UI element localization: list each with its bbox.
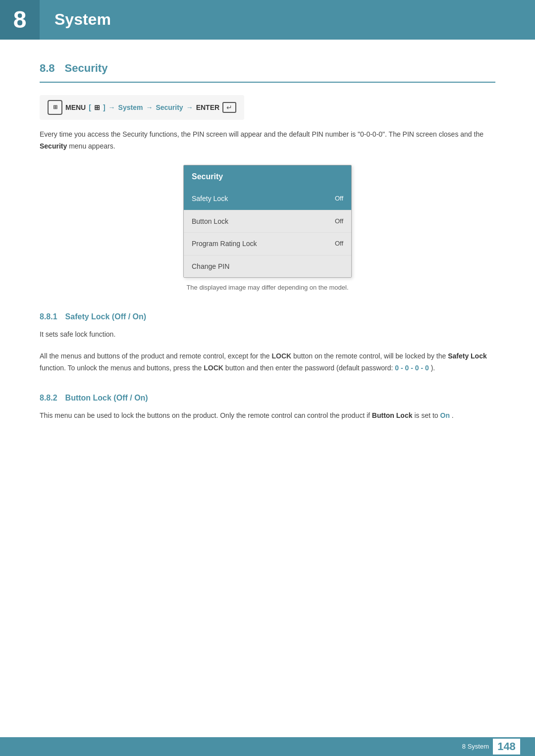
menu-item-safety-lock[interactable]: Safety Lock Off <box>184 188 351 210</box>
nav-system: System <box>118 102 143 113</box>
menu-item-change-pin[interactable]: Change PIN <box>184 255 351 277</box>
sl-p2-pre: All the menus and buttons of the product… <box>40 352 272 360</box>
subsection-882-heading: 8.8.2 Button Lock (Off / On) <box>40 392 495 404</box>
chapter-number: 8 <box>0 0 40 40</box>
nav-menu-label: MENU <box>65 102 86 113</box>
sl-p2-mid2: function. To unlock the menus and button… <box>40 364 204 372</box>
nav-enter-label: ENTER <box>196 102 219 113</box>
nav-arrow-3: → <box>186 102 193 113</box>
intro-text-2: menu appears. <box>69 142 115 150</box>
menu-header: Security <box>184 165 351 188</box>
bl-p1-pre: This menu can be used to lock the button… <box>40 411 372 419</box>
sl-p2-mid1: button on the remote control, will be lo… <box>293 352 448 360</box>
main-content: 8.8 Security ⊞ MENU [ ⊞ ] → System → Sec… <box>0 40 535 461</box>
subsection-882: 8.8.2 Button Lock (Off / On) <box>40 392 495 404</box>
sub-number-882: 8.8.2 <box>40 392 57 404</box>
bl-p1-bold1: Button Lock <box>372 411 413 419</box>
safety-lock-para1: It sets safe lock function. <box>40 329 495 341</box>
sl-p2-end: ). <box>431 364 435 372</box>
sl-p2-password: 0 - 0 - 0 - 0 <box>395 364 428 372</box>
menu-panel-wrapper: Security Safety Lock Off Button Lock Off… <box>40 165 495 293</box>
program-rating-label: Program Rating Lock <box>192 238 257 249</box>
nav-bracket-close: ] <box>103 102 106 113</box>
sl-p2-safetylock: Safety Lock <box>448 352 487 360</box>
section-title: Security <box>65 59 108 77</box>
safety-lock-para1-text: It sets safe lock function. <box>40 330 115 338</box>
page-number: 148 <box>493 739 520 755</box>
nav-security: Security <box>156 102 183 113</box>
nav-bracket-open: [ <box>89 102 91 113</box>
section-number: 8.8 <box>40 59 55 77</box>
intro-bold: Security <box>40 142 67 150</box>
bl-p1-on: On <box>440 411 450 419</box>
sub-title-881: Safety Lock (Off / On) <box>65 310 147 323</box>
nav-path: ⊞ MENU [ ⊞ ] → System → Security → ENTER… <box>40 95 244 120</box>
safety-lock-value: Off <box>335 194 343 204</box>
subsection-881: 8.8.1 Safety Lock (Off / On) <box>40 310 495 323</box>
page-footer: 8 System 148 <box>0 737 535 756</box>
enter-icon: ↵ <box>222 102 236 113</box>
intro-paragraph: Every time you access the Security funct… <box>40 129 495 152</box>
image-caption: The displayed image may differ depending… <box>186 283 348 293</box>
bl-p1-mid: is set to <box>414 411 440 419</box>
chapter-title: System <box>54 7 111 32</box>
security-menu-panel: Security Safety Lock Off Button Lock Off… <box>183 165 352 278</box>
sl-p2-mid3: button and then enter the password (defa… <box>225 364 395 372</box>
sub-number-881: 8.8.1 <box>40 310 57 323</box>
menu-item-program-rating[interactable]: Program Rating Lock Off <box>184 233 351 255</box>
nav-arrow-2: → <box>146 102 153 113</box>
sl-p2-lock1: LOCK <box>272 352 292 360</box>
nav-menu-icon: ⊞ <box>94 102 100 113</box>
footer-text: 8 System <box>462 742 489 752</box>
change-pin-label: Change PIN <box>192 261 229 272</box>
button-lock-para1: This menu can be used to lock the button… <box>40 410 495 422</box>
subsection-881-heading: 8.8.1 Safety Lock (Off / On) <box>40 310 495 323</box>
page-header: 8 System <box>0 0 535 40</box>
bl-p1-end: . <box>452 411 454 419</box>
menu-item-button-lock[interactable]: Button Lock Off <box>184 210 351 233</box>
button-lock-label: Button Lock <box>192 216 228 227</box>
safety-lock-para2: All the menus and buttons of the product… <box>40 351 495 374</box>
intro-text-1: Every time you access the Security funct… <box>40 130 483 138</box>
remote-icon: ⊞ <box>48 100 62 115</box>
nav-arrow-1: → <box>108 102 115 113</box>
section-heading: 8.8 Security <box>40 59 495 83</box>
button-lock-value: Off <box>335 216 343 227</box>
program-rating-value: Off <box>335 239 343 249</box>
sl-p2-lock2: LOCK <box>204 364 223 372</box>
sub-title-882: Button Lock (Off / On) <box>65 392 148 404</box>
safety-lock-label: Safety Lock <box>192 193 228 204</box>
